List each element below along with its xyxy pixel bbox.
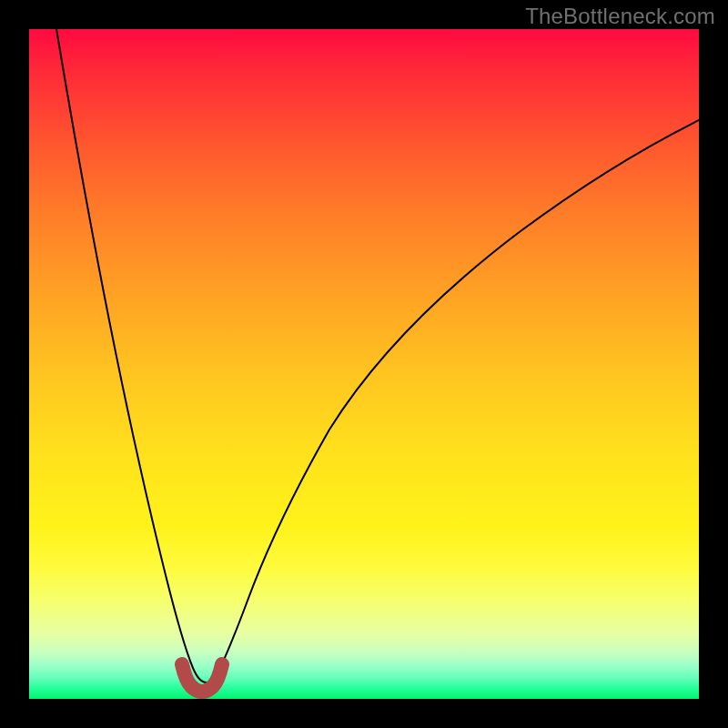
bottleneck-curve bbox=[56, 29, 699, 682]
curve-svg bbox=[29, 29, 699, 699]
chart-frame: TheBottleneck.com bbox=[0, 0, 728, 728]
watermark-text: TheBottleneck.com bbox=[525, 4, 715, 29]
minimum-marker bbox=[182, 664, 222, 692]
plot-area bbox=[29, 29, 699, 699]
